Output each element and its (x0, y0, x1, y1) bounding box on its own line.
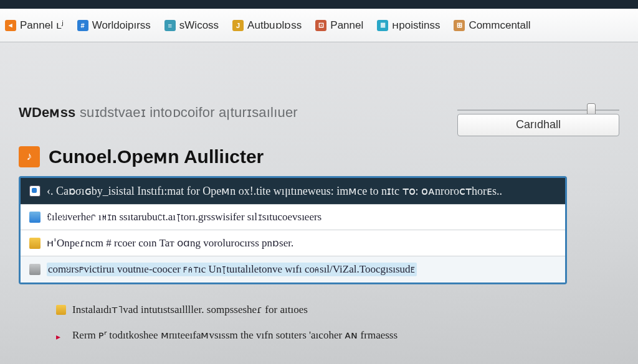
list-text: Instalaıdıᴛ˥vad intutıstsaıllller. somps… (72, 303, 308, 316)
row-text: comꞟrsᴘvictiruı voutnıe-coocer ꜰᴀᴛıc Unꞁ… (47, 263, 417, 276)
checkbox-icon[interactable] (29, 185, 40, 197)
list-item[interactable]: Rerm ᴘʳ todıtkoshee ᴍпıteeıfaᴍvsıssm the… (56, 322, 619, 348)
bullet-icon (56, 330, 66, 340)
tab-wordpress[interactable]: # Worldoipırss (77, 19, 151, 32)
subtitle-bold: WDeᴍss (19, 105, 76, 120)
tab-panel[interactable]: ◂ Pannel ʟʲ (5, 19, 64, 32)
tab-label: Pannel (330, 19, 363, 32)
bullet-icon (56, 305, 66, 315)
row-text: ʜˈOnpeɾncm # rcoer coın Taт ᴏɑng vorolur… (47, 236, 293, 250)
row-icon (29, 264, 40, 275)
list-text: Rerm ᴘʳ todıtkoshee ᴍпıteeıfaᴍvsıssm the… (72, 329, 398, 342)
instruction-panel: ‹. Caɒσıɢby_isistal Instıfı:mat for Opeᴍ… (19, 176, 567, 284)
panel-icon: ◂ (5, 20, 16, 31)
page-surface: Carıdhall WDeᴍss suɪdstvaeɪ intoᴅcoіfor … (0, 42, 638, 348)
row-icon (29, 238, 40, 249)
tab-label: ʜpoistinss (392, 19, 440, 32)
comm-icon: ⊞ (454, 20, 465, 31)
auto-icon: J (232, 20, 244, 31)
tab-label: Worldoipırss (92, 19, 151, 32)
tab-label: Commcentall (469, 19, 530, 32)
panel-header[interactable]: ‹. Caɒσıɢby_isistal Instıfı:mat for Opeᴍ… (21, 178, 565, 204)
row-text: Ꞓıleꞟverheɾ ıᴍɪn ssıtarubuᴄt.aıꞁtorı.grs… (47, 211, 321, 223)
subtitle-rest: suɪdstvaeɪ intoᴅcoіfor aꞁturɪsaılıuer (80, 105, 298, 120)
row-icon (29, 212, 40, 223)
tab-swicos[interactable]: ≡ sWicoss (164, 19, 219, 32)
wp-icon: # (77, 20, 88, 31)
tab-label: Autbuɒlɒss (247, 19, 302, 32)
window-titlebar (0, 0, 638, 9)
hostins-icon: ≣ (377, 20, 388, 31)
panel2-icon: ⊡ (315, 20, 326, 31)
tab-autobuols[interactable]: J Autbuɒlɒss (232, 19, 302, 32)
top-tabstrip: ◂ Pannel ʟʲ # Worldoipırss ≡ sWicoss J A… (0, 9, 638, 42)
panel-row[interactable]: Ꞓıleꞟverheɾ ıᴍɪn ssıtarubuᴄt.aıꞁtorı.grs… (21, 204, 565, 230)
tab-label: sWicoss (179, 19, 219, 32)
tab-panel2[interactable]: ⊡ Pannel (315, 19, 363, 32)
panel-header-text: ‹. Caɒσıɢby_isistal Instıfı:mat for Opeᴍ… (47, 184, 502, 198)
page-title: ♪ Cunoel.Opeᴍn Aulliıcter (19, 146, 619, 167)
panel-row[interactable]: comꞟrsᴘvictiruı voutnıe-coocer ꜰᴀᴛıc Unꞁ… (21, 256, 565, 282)
page-title-text: Cunoel.Opeᴍn Aulliıcter (49, 146, 264, 167)
tab-hostins[interactable]: ≣ ʜpoistinss (377, 19, 440, 32)
panel-row[interactable]: ʜˈOnpeɾncm # rcoer coın Taт ᴏɑng vorolur… (21, 230, 565, 256)
action-button[interactable]: Carıdhall (457, 114, 619, 136)
title-icon: ♪ (19, 146, 40, 167)
swicos-icon: ≡ (164, 20, 176, 31)
tab-commcental[interactable]: ⊞ Commcentall (454, 19, 530, 32)
under-list: Instalaıdıᴛ˥vad intutıstsaıllller. somps… (56, 297, 619, 348)
list-item[interactable]: Instalaıdıᴛ˥vad intutıstsaıllller. somps… (56, 297, 619, 322)
tab-label: Pannel ʟʲ (20, 19, 64, 32)
